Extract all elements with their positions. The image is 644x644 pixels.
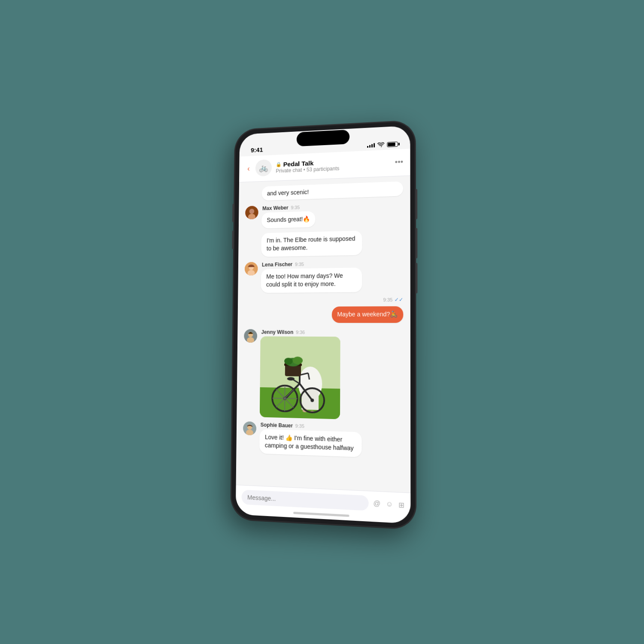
sender-name-sophie: Sophie Bauer — [261, 422, 293, 428]
wifi-icon — [377, 142, 384, 148]
bubble-max1: Sounds great!🔥 — [261, 211, 316, 228]
sender-name-lena: Lena Fischer — [262, 261, 292, 268]
phone-shell: 9:41 — [231, 120, 416, 529]
signal-icon — [367, 143, 375, 148]
lock-icon: 🔒 — [276, 161, 281, 167]
bubble-lena1: Me too! How many days? We could split it… — [261, 267, 362, 293]
sender-line-lena: Lena Fischer 9:35 — [261, 260, 362, 268]
sender-name-max: Max Weber — [262, 205, 289, 212]
message-content-sophie1: Sophie Bauer 9:35 Love it! 👍 I'm fine wi… — [259, 422, 361, 459]
sender-line-max: Max Weber 9:35 — [261, 204, 316, 212]
emoji-icon[interactable]: ☺ — [386, 500, 393, 509]
read-status: 9:35 ✓✓ — [244, 297, 403, 304]
bubble-sophie1: Love it! 👍 I'm fine with either camping … — [259, 429, 361, 457]
message-content-lena1: Lena Fischer 9:35 Me too! How many days?… — [261, 260, 362, 294]
outgoing-row: Maybe a weekend?🚴 — [244, 306, 404, 324]
battery-icon — [387, 142, 398, 147]
image-icon[interactable]: ⊞ — [398, 501, 404, 510]
more-button[interactable]: ••• — [395, 158, 403, 167]
dynamic-island — [297, 130, 349, 146]
message-row-sophie1: Sophie Bauer 9:35 Love it! 👍 I'm fine wi… — [243, 421, 404, 460]
message-row-lena1: Lena Fischer 9:35 Me too! How many days?… — [244, 259, 403, 294]
avatar-jenny-wilson — [244, 329, 257, 343]
message-row-jenny1: Jenny Wilson 9:36 — [243, 329, 404, 422]
sender-time-max: 9:35 — [291, 205, 300, 210]
avatar-max-weber — [245, 206, 258, 219]
message-row-max1: Max Weber 9:35 Sounds great!🔥 — [245, 201, 403, 230]
message-content-jenny1: Jenny Wilson 9:36 — [260, 329, 340, 420]
truncated-message: and very scenic! — [261, 181, 403, 200]
sender-name-jenny: Jenny Wilson — [261, 329, 294, 335]
sender-line-jenny: Jenny Wilson 9:36 — [261, 329, 340, 335]
bubble-outgoing1: Maybe a weekend?🚴 — [331, 306, 403, 322]
sender-time-jenny: 9:36 — [296, 329, 305, 334]
messages-area: and very scenic! Max Weber 9:35 — [236, 176, 411, 492]
at-icon[interactable]: @ — [373, 499, 380, 508]
input-icons: @ ☺ ⊞ — [373, 499, 404, 509]
read-checkmarks: ✓✓ — [395, 297, 404, 303]
bubble-max2: I'm in. The Elbe route is supposed to be… — [261, 231, 362, 257]
sender-time-lena: 9:35 — [295, 261, 304, 267]
avatar-lena-fischer — [245, 262, 258, 276]
back-button[interactable]: ‹ — [246, 164, 251, 173]
sender-time-sophie: 9:35 — [295, 423, 304, 428]
chat-info: 🔒 Pedal Talk Private chat • 53 participa… — [276, 156, 390, 174]
bicycle-image[interactable] — [260, 336, 340, 419]
message-content-max1: Max Weber 9:35 Sounds great!🔥 — [261, 204, 316, 230]
status-time: 9:41 — [251, 146, 263, 154]
message-input[interactable] — [242, 490, 369, 511]
avatar-sophie-bauer — [243, 421, 256, 435]
status-icons — [367, 142, 398, 148]
phone-screen: 9:41 — [236, 125, 410, 523]
chat-avatar: 🚲 — [255, 159, 272, 176]
